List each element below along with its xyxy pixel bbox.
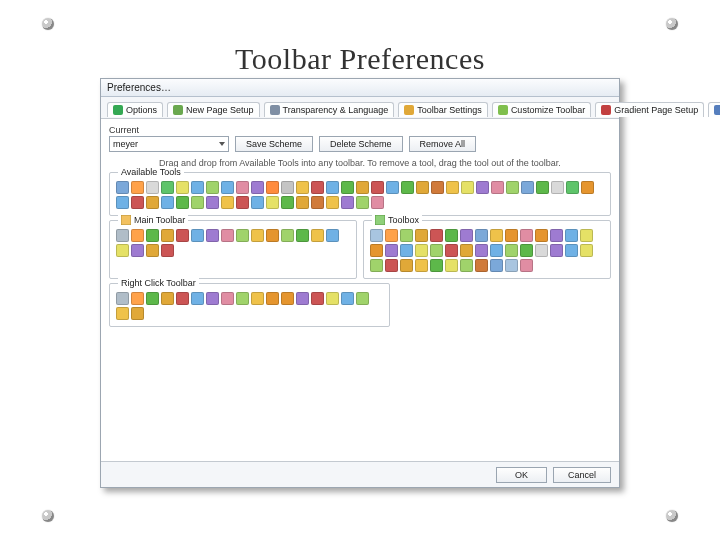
- tool-icon[interactable]: [266, 181, 279, 194]
- tool-icon[interactable]: [311, 229, 324, 242]
- tool-icon[interactable]: [206, 196, 219, 209]
- tool-icon[interactable]: [536, 181, 549, 194]
- tool-icon[interactable]: [146, 181, 159, 194]
- tool-icon[interactable]: [236, 181, 249, 194]
- tool-icon[interactable]: [131, 307, 144, 320]
- tool-icon[interactable]: [491, 181, 504, 194]
- tool-icon[interactable]: [356, 181, 369, 194]
- toolbox-flow[interactable]: [370, 229, 604, 272]
- tool-icon[interactable]: [490, 244, 503, 257]
- tool-icon[interactable]: [296, 292, 309, 305]
- tool-icon[interactable]: [236, 292, 249, 305]
- tool-icon[interactable]: [176, 181, 189, 194]
- tool-icon[interactable]: [161, 181, 174, 194]
- tool-icon[interactable]: [535, 229, 548, 242]
- tool-icon[interactable]: [296, 181, 309, 194]
- tool-icon[interactable]: [370, 229, 383, 242]
- tool-icon[interactable]: [311, 181, 324, 194]
- tab-options[interactable]: Options: [107, 102, 163, 117]
- tool-icon[interactable]: [206, 292, 219, 305]
- tool-icon[interactable]: [565, 229, 578, 242]
- tab-customize-toolbar[interactable]: Customize Toolbar: [492, 102, 591, 117]
- tool-icon[interactable]: [326, 292, 339, 305]
- main-toolbar-flow[interactable]: [116, 229, 350, 257]
- tool-icon[interactable]: [505, 244, 518, 257]
- tool-icon[interactable]: [520, 244, 533, 257]
- tool-icon[interactable]: [296, 229, 309, 242]
- tool-icon[interactable]: [281, 181, 294, 194]
- tool-icon[interactable]: [281, 229, 294, 242]
- tool-icon[interactable]: [385, 259, 398, 272]
- tool-icon[interactable]: [161, 244, 174, 257]
- tool-icon[interactable]: [385, 229, 398, 242]
- tool-icon[interactable]: [146, 292, 159, 305]
- tool-icon[interactable]: [431, 181, 444, 194]
- tool-icon[interactable]: [116, 229, 129, 242]
- tool-icon[interactable]: [430, 229, 443, 242]
- tool-icon[interactable]: [161, 292, 174, 305]
- tool-icon[interactable]: [341, 196, 354, 209]
- tool-icon[interactable]: [535, 244, 548, 257]
- tool-icon[interactable]: [415, 244, 428, 257]
- tool-icon[interactable]: [131, 181, 144, 194]
- tool-icon[interactable]: [415, 259, 428, 272]
- tool-icon[interactable]: [251, 196, 264, 209]
- available-tools-flow[interactable]: [116, 181, 604, 209]
- tool-icon[interactable]: [326, 196, 339, 209]
- tool-icon[interactable]: [505, 259, 518, 272]
- tool-icon[interactable]: [430, 244, 443, 257]
- tool-icon[interactable]: [370, 259, 383, 272]
- tool-icon[interactable]: [311, 292, 324, 305]
- tool-icon[interactable]: [400, 229, 413, 242]
- tool-icon[interactable]: [191, 181, 204, 194]
- tool-icon[interactable]: [341, 181, 354, 194]
- tool-icon[interactable]: [176, 292, 189, 305]
- tool-icon[interactable]: [475, 244, 488, 257]
- tool-icon[interactable]: [236, 229, 249, 242]
- tool-icon[interactable]: [266, 292, 279, 305]
- tool-icon[interactable]: [116, 181, 129, 194]
- tool-icon[interactable]: [251, 229, 264, 242]
- tool-icon[interactable]: [266, 229, 279, 242]
- tool-icon[interactable]: [356, 196, 369, 209]
- tool-icon[interactable]: [161, 196, 174, 209]
- remove-all-button[interactable]: Remove All: [409, 136, 477, 152]
- tool-icon[interactable]: [460, 229, 473, 242]
- tool-icon[interactable]: [520, 229, 533, 242]
- tool-icon[interactable]: [401, 181, 414, 194]
- tool-icon[interactable]: [445, 244, 458, 257]
- tool-icon[interactable]: [191, 229, 204, 242]
- tool-icon[interactable]: [475, 229, 488, 242]
- tab-gradient-page-setup[interactable]: Gradient Page Setup: [595, 102, 704, 117]
- tool-icon[interactable]: [415, 229, 428, 242]
- tool-icon[interactable]: [446, 181, 459, 194]
- tool-icon[interactable]: [131, 292, 144, 305]
- tool-icon[interactable]: [116, 244, 129, 257]
- tool-icon[interactable]: [370, 244, 383, 257]
- tool-icon[interactable]: [176, 229, 189, 242]
- delete-scheme-button[interactable]: Delete Scheme: [319, 136, 403, 152]
- tool-icon[interactable]: [116, 196, 129, 209]
- tool-icon[interactable]: [566, 181, 579, 194]
- tool-icon[interactable]: [116, 292, 129, 305]
- tool-icon[interactable]: [281, 196, 294, 209]
- tool-icon[interactable]: [430, 259, 443, 272]
- tool-icon[interactable]: [416, 181, 429, 194]
- tool-icon[interactable]: [581, 181, 594, 194]
- tool-icon[interactable]: [521, 181, 534, 194]
- right-click-toolbar-flow[interactable]: [116, 292, 383, 320]
- tool-icon[interactable]: [490, 229, 503, 242]
- tool-icon[interactable]: [296, 196, 309, 209]
- tool-icon[interactable]: [191, 196, 204, 209]
- tool-icon[interactable]: [386, 181, 399, 194]
- tool-icon[interactable]: [551, 181, 564, 194]
- cancel-button[interactable]: Cancel: [553, 467, 611, 483]
- tool-icon[interactable]: [326, 229, 339, 242]
- tool-icon[interactable]: [176, 196, 189, 209]
- tab-transparency-language[interactable]: Transparency & Language: [264, 102, 395, 117]
- tool-icon[interactable]: [131, 244, 144, 257]
- tool-icon[interactable]: [266, 196, 279, 209]
- tool-icon[interactable]: [146, 229, 159, 242]
- tool-icon[interactable]: [460, 244, 473, 257]
- tool-icon[interactable]: [371, 181, 384, 194]
